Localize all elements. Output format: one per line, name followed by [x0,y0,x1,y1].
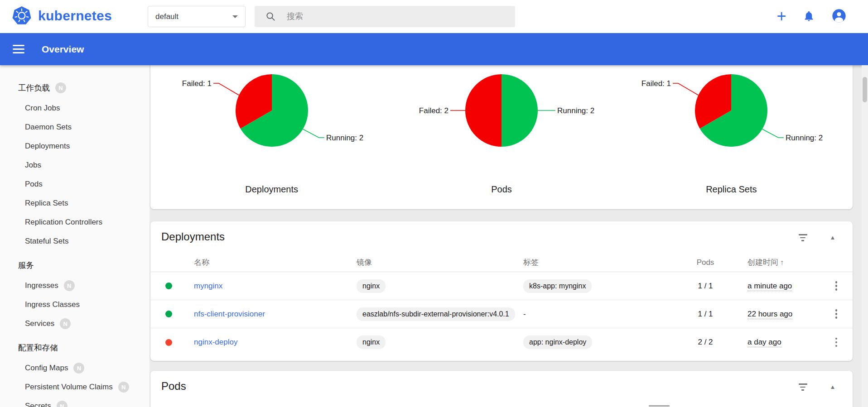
sidebar-item-ingresses[interactable]: IngressesN [0,276,149,295]
sidebar-item-label: Replica Sets [25,199,68,208]
deployments-card-header: Deployments ▲ [150,221,853,253]
sidebar-item-label: Ingress Classes [25,300,80,309]
brand-name: kubernetes [38,8,112,24]
cell-labels: - [523,310,683,319]
cell-name: mynginx [187,282,357,291]
cell-pods: 2 / 2 [683,338,728,347]
cell-created: a minute ago [728,282,819,291]
sidebar-item-daemon-sets[interactable]: Daemon Sets [0,118,149,137]
scrollbar[interactable] [862,65,868,407]
sidebar-item-label: Pods [25,180,43,189]
sidebar-item-cron-jobs[interactable]: Cron Jobs [0,99,149,118]
column-header-images: 镜像 [357,257,523,268]
sidebar-item-label: Jobs [25,161,41,170]
table-header-row: 名称镜像标签Pods创建时间↑ [150,253,853,272]
row-menu-button[interactable] [831,308,842,320]
sort-asc-icon: ↑ [780,259,784,266]
namespace-select[interactable]: default [148,6,246,27]
callout-label: Running: 2 [557,106,594,115]
sidebar-item-label: Stateful Sets [25,237,68,246]
app-bar: Overview [0,33,868,65]
column-header-label: 标签 [523,258,539,267]
scrollbar-thumb[interactable] [863,77,867,102]
cell-images: nginx [357,279,523,293]
search-input[interactable] [287,12,511,21]
sidebar-item-secrets[interactable]: SecretsN [0,397,149,407]
n-badge: N [64,280,75,291]
callout-label: Running: 2 [786,134,823,142]
sidebar-item-label: Config Maps [25,364,68,373]
column-header-labels: 标签 [523,257,683,268]
row-menu-button[interactable] [831,280,842,292]
cell-status [161,283,187,289]
image-chip: nginx [357,279,386,293]
label-chip: app: nginx-deploy [523,335,592,349]
card-title: Deployments [161,230,225,243]
collapse-button[interactable]: ▲ [827,382,838,393]
n-badge: N [118,382,129,393]
sidebar-section-workloads: 工作负载N [0,77,149,99]
labels-empty: - [523,310,526,318]
sidebar-item-jobs[interactable]: Jobs [0,156,149,175]
overview-charts-card: Failed: 1Running: 2DeploymentsFailed: 2R… [150,65,853,209]
chart-caption: Pods [491,183,512,196]
pie-svg-replica-sets: Failed: 1Running: 2 [618,65,844,182]
column-header-label: 名称 [194,258,209,267]
filter-icon [799,383,807,385]
cell-name: nfs-client-provisioner [187,310,357,319]
sidebar-section-label: 服务 [18,260,34,271]
notifications-button[interactable] [803,10,815,24]
sidebar-item-deployments[interactable]: Deployments [0,137,149,156]
kebab-icon [831,337,842,348]
status-icon-running [165,311,172,317]
image-chip: nginx [357,335,386,349]
sidebar-item-label: Services [25,319,54,328]
sidebar-item-label: Persistent Volume Claims [25,383,113,392]
pods-card-header: Pods ▲ [150,371,853,402]
sidebar-item-replication-controllers[interactable]: Replication Controllers [0,213,149,232]
pie-chart-replica-sets: Failed: 1Running: 2Replica Sets [617,65,846,209]
callout-label: Failed: 1 [182,79,211,88]
callout-line [213,83,239,95]
account-button[interactable] [832,9,846,25]
app-logo[interactable]: kubernetes [12,6,112,26]
sidebar-item-services[interactable]: ServicesN [0,314,149,333]
resource-link[interactable]: mynginx [194,282,222,290]
sidebar-item-config-maps[interactable]: Config MapsN [0,359,149,378]
row-menu-button[interactable] [831,337,842,348]
cell-status [161,311,187,317]
resource-link[interactable]: nginx-deploy [194,338,237,346]
sidebar-item-stateful-sets[interactable]: Stateful Sets [0,232,149,251]
deployments-card: Deployments ▲ 名称镜像标签Pods创建时间↑mynginxngin… [150,221,853,361]
namespace-value: default [155,12,178,21]
column-header-created[interactable]: 创建时间↑ [728,257,819,268]
resource-link[interactable]: nfs-client-provisioner [194,310,265,318]
callout-label: Running: 2 [326,134,363,142]
filter-button[interactable] [796,382,809,393]
table-row: nginx-deploynginxapp: nginx-deploy2 / 2a… [150,328,853,356]
menu-button[interactable] [13,43,24,56]
cell-created: a day ago [728,338,819,347]
global-search [255,6,515,27]
sidebar-item-label: Secrets [25,402,51,407]
collapse-button[interactable]: ▲ [827,232,838,243]
bell-icon [803,10,815,22]
timestamp: a minute ago [747,282,792,291]
filter-button[interactable] [796,232,809,243]
kubernetes-logo-icon [12,6,32,26]
column-header-name[interactable]: 名称 [187,257,357,268]
cell-status [161,339,187,346]
create-button[interactable]: + [772,7,791,26]
sidebar-item-pods[interactable]: Pods [0,175,149,194]
label-chip: k8s-app: mynginx [523,279,592,293]
chevron-down-icon [232,15,238,18]
cell-pods: 1 / 1 [683,282,728,291]
sidebar-item-ingress-classes[interactable]: Ingress Classes [0,295,149,314]
sidebar-item-replica-sets[interactable]: Replica Sets [0,194,149,213]
card-title: Pods [161,380,186,393]
sidebar-item-persistent-volume-claims[interactable]: Persistent Volume ClaimsN [0,378,149,397]
callout-label: Failed: 1 [641,79,671,88]
n-badge: N [57,401,68,407]
sidebar: 工作负载NCron JobsDaemon SetsDeploymentsJobs… [0,65,149,407]
kebab-icon [831,280,842,292]
